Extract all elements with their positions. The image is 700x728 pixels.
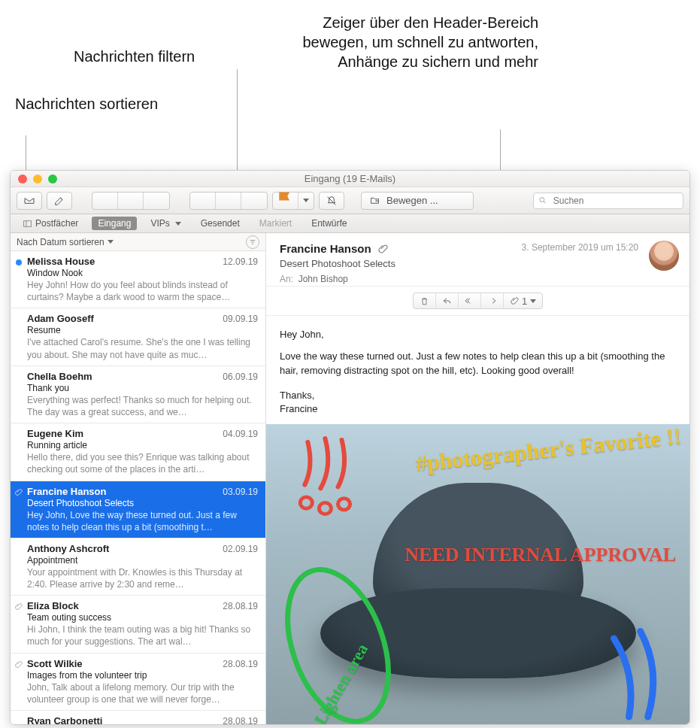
reply-group bbox=[189, 192, 268, 210]
toolbar: Bewegen ... bbox=[11, 187, 689, 214]
archive-button[interactable] bbox=[92, 193, 118, 209]
message-row[interactable]: Francine Hanson03.09.19Desert Photoshoot… bbox=[11, 481, 265, 538]
message-preview: Hey John, Love the way these turned out.… bbox=[27, 509, 258, 533]
callouts: Nachrichten sortieren Nachrichten filter… bbox=[0, 0, 700, 173]
search-icon bbox=[538, 196, 547, 205]
message-date: 28.08.19 bbox=[223, 716, 258, 724]
move-button-label: Bewegen ... bbox=[386, 195, 438, 206]
callout-filter: Nachrichten filtern bbox=[74, 47, 195, 66]
message-subject: Thank you bbox=[27, 383, 258, 393]
fav-inbox[interactable]: Eingang bbox=[92, 217, 137, 230]
get-mail-button[interactable] bbox=[17, 192, 42, 210]
message-subject: Running article bbox=[27, 440, 258, 450]
sort-menu[interactable]: Nach Datum sortieren bbox=[17, 237, 114, 247]
message-row[interactable]: Melissa House12.09.19Window NookHey John… bbox=[11, 251, 265, 308]
header-date: 3. September 2019 um 15:20 bbox=[522, 242, 638, 253]
message-from: Melissa House bbox=[27, 256, 95, 267]
unread-indicator bbox=[16, 259, 22, 265]
forward-button[interactable] bbox=[241, 193, 267, 209]
search-input[interactable] bbox=[552, 195, 678, 207]
titlebar: Eingang (19 E-Mails) bbox=[11, 171, 689, 187]
message-subject: Images from the volunteer trip bbox=[27, 670, 258, 681]
message-row[interactable]: Anthony Ashcroft02.09.19AppointmentYour … bbox=[11, 538, 265, 596]
attachment-icon bbox=[377, 244, 388, 254]
message-preview: Your appointment with Dr. Knowles is thi… bbox=[27, 566, 258, 590]
fav-vips[interactable]: VIPs bbox=[144, 217, 186, 230]
message-from: Chella Boehm bbox=[27, 371, 92, 382]
body-signature: Francine bbox=[280, 402, 676, 417]
body-signoff: Thanks, bbox=[280, 389, 676, 403]
body-paragraph: Love the way these turned out. Just a fe… bbox=[280, 350, 676, 378]
reply-button[interactable] bbox=[190, 193, 216, 209]
message-row[interactable]: Chella Boehm06.09.19Thank youEverything … bbox=[11, 366, 265, 423]
svg-point-0 bbox=[540, 198, 544, 202]
header-subject: Desert Photoshoot Selects bbox=[280, 258, 676, 269]
reader-pane: Francine Hanson Desert Photoshoot Select… bbox=[266, 233, 689, 724]
body-greeting: Hey John, bbox=[280, 328, 676, 342]
message-from: Anthony Ashcroft bbox=[27, 543, 109, 554]
message-from: Eugene Kim bbox=[27, 428, 83, 439]
message-date: 09.09.19 bbox=[223, 314, 258, 324]
message-from: Ryan Carbonetti bbox=[27, 715, 102, 724]
attachment-icon bbox=[14, 487, 23, 499]
message-row[interactable]: Adam Gooseff09.09.19ResumeI've attached … bbox=[11, 308, 265, 366]
message-subject: Window Nook bbox=[27, 268, 258, 278]
message-date: 04.09.19 bbox=[223, 429, 258, 439]
message-list[interactable]: Melissa House12.09.19Window NookHey John… bbox=[11, 251, 265, 724]
message-from: Scott Wilkie bbox=[27, 658, 83, 669]
message-from: Eliza Block bbox=[27, 600, 79, 611]
flag-button[interactable] bbox=[273, 193, 298, 209]
message-date: 28.08.19 bbox=[223, 659, 258, 669]
callout-header-hover: Zeiger über den Header-Bereich bewegen, … bbox=[290, 13, 538, 71]
message-subject: Team outing success bbox=[27, 612, 258, 623]
filter-button[interactable] bbox=[246, 235, 259, 249]
inline-forward-button[interactable] bbox=[481, 293, 504, 308]
avatar bbox=[649, 241, 679, 271]
flag-menu-button[interactable] bbox=[298, 193, 314, 209]
message-preview: Hello there, did you see this? Enrique w… bbox=[27, 451, 258, 475]
message-subject: Resume bbox=[27, 325, 258, 335]
junk-button[interactable] bbox=[144, 193, 169, 209]
inline-action-bar: 1 bbox=[266, 287, 689, 316]
message-from: Francine Hanson bbox=[27, 486, 106, 497]
delete-button[interactable] bbox=[118, 193, 144, 209]
message-date: 06.09.19 bbox=[223, 372, 258, 382]
header-to: An: John Bishop bbox=[280, 274, 676, 284]
message-row[interactable]: Eliza Block28.08.19Team outing successHi… bbox=[11, 596, 265, 653]
message-row[interactable]: Ryan Carbonetti28.08.19Schedule changeTh… bbox=[11, 711, 265, 724]
message-preview: John, Talk about a lifelong memory. Our … bbox=[27, 681, 258, 705]
inline-reply-all-button[interactable] bbox=[459, 293, 481, 308]
svg-point-2 bbox=[300, 497, 312, 508]
message-from: Adam Gooseff bbox=[27, 313, 94, 324]
inline-attachments-button[interactable]: 1 bbox=[504, 293, 542, 308]
message-date: 02.09.19 bbox=[223, 544, 258, 554]
inline-reply-button[interactable] bbox=[436, 293, 459, 308]
message-preview: Everything was perfect! Thanks so much f… bbox=[27, 394, 258, 418]
attachment-image: #photographer's Favorite !! NEED INTERNA… bbox=[266, 424, 689, 724]
mailboxes-toggle[interactable]: Postfächer bbox=[17, 217, 84, 230]
move-button[interactable]: Bewegen ... bbox=[361, 192, 474, 210]
mute-button[interactable] bbox=[319, 192, 344, 210]
message-subject: Desert Photoshoot Selects bbox=[27, 498, 258, 508]
window-title: Eingang (19 E-Mails) bbox=[11, 173, 689, 184]
fav-sent[interactable]: Gesendet bbox=[195, 217, 246, 230]
favorites-bar: Postfächer Eingang VIPs Gesendet Markier… bbox=[11, 214, 689, 233]
search-field[interactable] bbox=[533, 193, 683, 209]
sort-bar: Nach Datum sortieren bbox=[11, 233, 265, 251]
message-preview: I've attached Carol's resume. She's the … bbox=[27, 336, 258, 360]
fav-flagged[interactable]: Markiert bbox=[253, 217, 298, 230]
message-date: 03.09.19 bbox=[223, 487, 258, 497]
attachment-icon bbox=[14, 602, 23, 613]
compose-button[interactable] bbox=[47, 192, 72, 210]
message-row[interactable]: Eugene Kim04.09.19Running articleHello t… bbox=[11, 423, 265, 481]
message-preview: Hi John, I think the team outing was a b… bbox=[27, 623, 258, 648]
message-row[interactable]: Scott Wilkie28.08.19Images from the volu… bbox=[11, 654, 265, 711]
attachment-icon bbox=[14, 660, 23, 671]
callout-sort: Nachrichten sortieren bbox=[15, 94, 158, 114]
inline-delete-button[interactable] bbox=[414, 293, 436, 308]
message-body: Hey John, Love the way these turned out.… bbox=[266, 316, 689, 424]
reply-all-button[interactable] bbox=[216, 193, 241, 209]
markup-annotation-approval: NEED INTERNAL APPROVAL bbox=[405, 544, 676, 565]
mail-window: Eingang (19 E-Mails) Bewegen ... bbox=[10, 170, 690, 725]
fav-drafts[interactable]: Entwürfe bbox=[305, 217, 353, 230]
